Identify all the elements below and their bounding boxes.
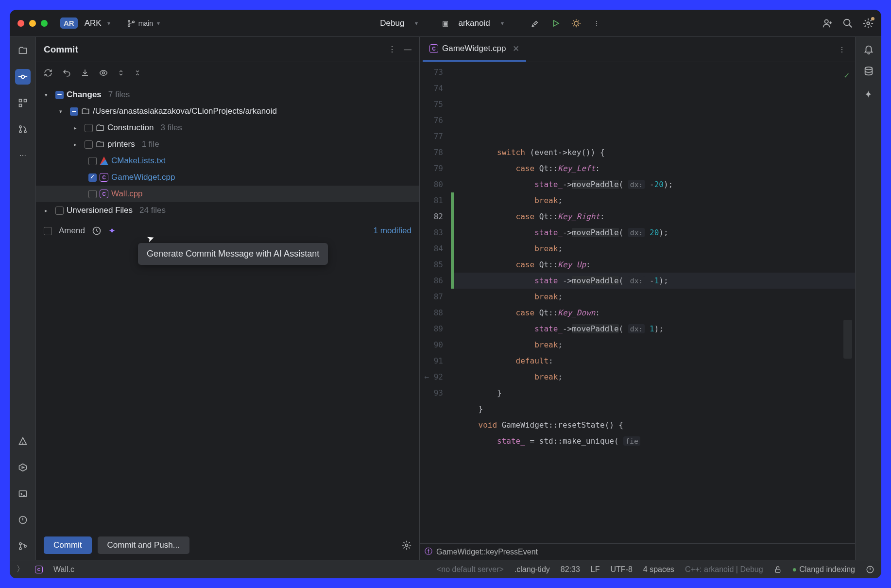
status-indent[interactable]: 4 spaces xyxy=(643,565,674,574)
chevron-right-icon[interactable]: ▸ xyxy=(74,141,82,148)
run-config-selector[interactable]: Debug xyxy=(380,18,404,28)
pull-requests-tool-icon[interactable] xyxy=(15,121,31,137)
settings-icon[interactable] xyxy=(863,18,874,29)
folder-row[interactable]: ▸ Construction 3 files xyxy=(36,120,419,136)
status-language-context[interactable]: C++: arkanoid | Debug xyxy=(685,565,763,574)
vcs-tool-icon[interactable] xyxy=(15,538,31,554)
folder-checkbox[interactable] xyxy=(70,107,78,116)
expand-all-icon[interactable] xyxy=(118,69,124,77)
status-problems-icon[interactable] xyxy=(866,565,874,574)
folder-name: Construction xyxy=(107,123,154,133)
editor-tab[interactable]: C GameWidget.cpp ✕ xyxy=(423,37,526,62)
chevron-down-icon[interactable]: ▾ xyxy=(415,20,418,27)
refresh-icon[interactable] xyxy=(44,69,52,77)
target-selector[interactable]: arkanoid xyxy=(458,18,490,28)
status-caret-position[interactable]: 82:33 xyxy=(561,565,580,574)
code-with-me-icon[interactable] xyxy=(822,18,833,29)
ai-generate-icon[interactable]: ✦ xyxy=(108,225,116,236)
file-row[interactable]: C GameWidget.cpp xyxy=(36,169,419,186)
history-icon[interactable] xyxy=(92,226,102,236)
breadcrumb-chevron-icon[interactable]: 〉 xyxy=(17,564,24,574)
tab-more-icon[interactable]: ⋮ xyxy=(832,46,852,53)
minimize-panel-icon[interactable]: — xyxy=(404,45,411,54)
file-row[interactable]: CMakeLists.txt xyxy=(36,153,419,169)
gear-icon[interactable] xyxy=(402,540,411,550)
svg-rect-9 xyxy=(19,100,21,102)
search-icon[interactable] xyxy=(842,18,853,29)
debug-icon[interactable] xyxy=(571,18,582,29)
ai-assistant-icon[interactable]: ✦ xyxy=(864,88,873,100)
maximize-window-button[interactable] xyxy=(41,20,48,27)
project-badge[interactable]: AR xyxy=(60,17,78,29)
services-tool-icon[interactable] xyxy=(15,460,31,475)
structure-tool-icon[interactable] xyxy=(15,95,31,111)
status-breadcrumb-file[interactable]: Wall.c xyxy=(53,565,74,574)
svg-marker-16 xyxy=(19,464,26,471)
database-icon[interactable] xyxy=(863,66,874,77)
rollback-icon[interactable] xyxy=(62,69,71,77)
notifications-icon[interactable] xyxy=(863,44,874,54)
chevron-right-icon[interactable]: ▸ xyxy=(45,208,52,214)
editor-code-area[interactable]: ✓ switch (event->key()) { case Qt::Key_L… xyxy=(454,62,855,543)
breadcrumb[interactable]: GameWidget::keyPressEvent xyxy=(436,548,538,556)
svg-point-12 xyxy=(19,126,21,128)
modified-link[interactable]: 1 modified xyxy=(374,226,411,236)
function-icon: ⓕ xyxy=(425,547,432,557)
run-icon[interactable] xyxy=(550,18,561,29)
chevron-down-icon[interactable]: ▾ xyxy=(107,20,110,27)
minimize-window-button[interactable] xyxy=(29,20,36,27)
git-branch-selector[interactable]: main ▾ xyxy=(127,19,160,28)
problems-tool-icon[interactable] xyxy=(15,512,31,528)
folder-checkbox[interactable] xyxy=(85,140,93,149)
status-clang-tidy[interactable]: .clang-tidy xyxy=(514,565,550,574)
project-tool-icon[interactable] xyxy=(15,43,31,58)
chevron-down-icon[interactable]: ▾ xyxy=(59,108,67,115)
changes-group[interactable]: ▾ Changes 7 files xyxy=(36,86,419,103)
commit-tool-icon[interactable] xyxy=(15,69,31,85)
commit-panel-title: Commit xyxy=(44,44,380,55)
svg-point-23 xyxy=(103,72,105,74)
build-icon[interactable] xyxy=(530,18,541,29)
unversioned-checkbox[interactable] xyxy=(55,207,64,215)
chevron-right-icon[interactable]: ▸ xyxy=(74,125,82,131)
root-folder-row[interactable]: ▾ /Users/anastasiakazakova/CLionProjects… xyxy=(36,103,419,120)
commit-button[interactable]: Commit xyxy=(44,536,92,554)
more-tools-icon[interactable]: ⋯ xyxy=(15,148,31,163)
unversioned-group[interactable]: ▸ Unversioned Files 24 files xyxy=(36,202,419,219)
svg-point-13 xyxy=(19,131,21,133)
file-checkbox[interactable] xyxy=(88,157,97,165)
status-encoding[interactable]: UTF-8 xyxy=(611,565,633,574)
more-icon[interactable]: ⋮ xyxy=(591,18,602,29)
status-line-ending[interactable]: LF xyxy=(591,565,600,574)
chevron-down-icon[interactable]: ▾ xyxy=(501,20,504,27)
folder-icon xyxy=(96,140,104,149)
cmake-tool-icon[interactable] xyxy=(15,433,31,449)
folder-row[interactable]: ▸ printers 1 file xyxy=(36,136,419,153)
file-checkbox[interactable] xyxy=(88,173,97,182)
cpp-file-icon: C xyxy=(35,566,43,573)
shelve-icon[interactable] xyxy=(81,69,89,77)
close-tab-icon[interactable]: ✕ xyxy=(513,44,519,54)
terminal-tool-icon[interactable] xyxy=(15,486,31,502)
show-diff-icon[interactable] xyxy=(99,69,108,77)
branch-name: main xyxy=(138,19,153,27)
inspection-ok-icon[interactable]: ✓ xyxy=(844,67,849,83)
folder-checkbox[interactable] xyxy=(85,124,93,132)
svg-marker-17 xyxy=(22,467,24,468)
close-window-button[interactable] xyxy=(17,20,24,27)
lock-icon[interactable] xyxy=(774,566,782,573)
scrollbar-thumb[interactable] xyxy=(843,320,852,359)
status-server[interactable]: <no default server> xyxy=(437,565,504,574)
commit-and-push-button[interactable]: Commit and Push... xyxy=(98,536,189,554)
more-icon[interactable]: ⋮ xyxy=(388,45,396,54)
collapse-all-icon[interactable] xyxy=(134,69,141,77)
editor-gutter[interactable]: 73747576777879808182838485868788899091← … xyxy=(420,62,451,543)
status-indexer[interactable]: Clangd indexing xyxy=(792,565,855,574)
svg-point-1 xyxy=(128,24,130,26)
amend-checkbox[interactable] xyxy=(44,227,52,235)
file-row[interactable]: C Wall.cpp xyxy=(36,186,419,202)
changes-checkbox[interactable] xyxy=(55,91,64,99)
chevron-down-icon[interactable]: ▾ xyxy=(45,92,52,98)
file-checkbox[interactable] xyxy=(88,190,97,198)
project-name[interactable]: ARK xyxy=(85,18,102,28)
